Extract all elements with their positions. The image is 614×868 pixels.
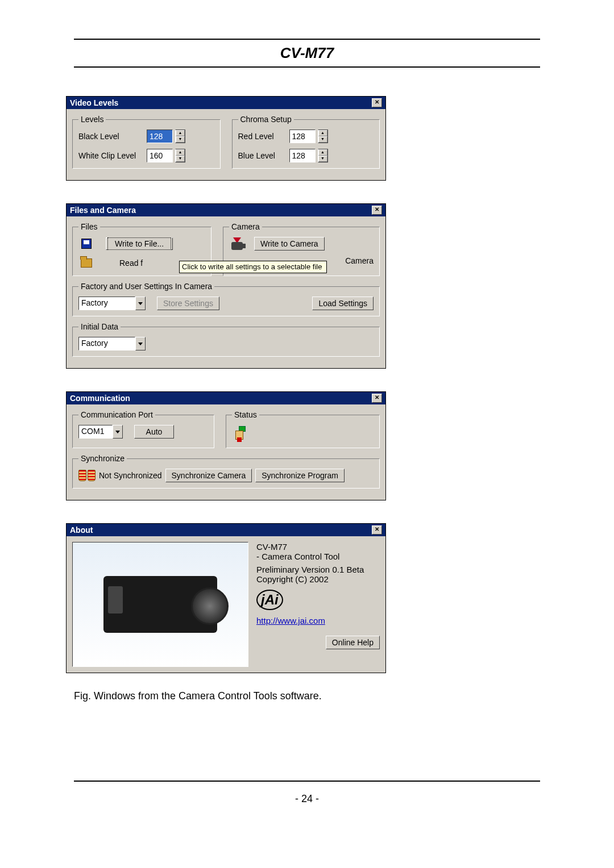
- blue-level-label: Blue Level: [238, 151, 289, 160]
- auto-button[interactable]: Auto: [134, 425, 174, 439]
- jai-logo-icon: jAi: [256, 590, 283, 610]
- write-to-camera-button[interactable]: Write to Camera: [254, 237, 325, 251]
- window-title: Communication: [70, 394, 130, 403]
- close-icon[interactable]: ✕: [372, 206, 382, 215]
- store-settings-button[interactable]: Store Settings: [157, 297, 219, 310]
- figure-caption: Fig. Windows from the Camera Control Too…: [74, 690, 540, 702]
- communication-window: Communication ✕ Communication Port COM1 …: [66, 391, 386, 500]
- close-icon[interactable]: ✕: [372, 394, 382, 403]
- online-help-button[interactable]: Online Help: [326, 636, 380, 649]
- white-clip-input[interactable]: [147, 149, 173, 162]
- titlebar[interactable]: Files and Camera ✕: [67, 204, 385, 216]
- read-from-camera-partial: Camera: [345, 256, 374, 265]
- window-title: Files and Camera: [70, 206, 136, 215]
- initial-data-select[interactable]: Factory: [78, 337, 146, 350]
- save-icon: [78, 237, 94, 251]
- about-version: Preliminary Version 0.1 Beta: [256, 565, 380, 574]
- camera-legend: Camera: [229, 222, 262, 231]
- not-synchronized-label: Not Synchronized: [99, 471, 162, 480]
- factory-select[interactable]: Factory: [78, 297, 146, 310]
- download-icon: [229, 237, 245, 251]
- white-clip-label: White Clip Level: [78, 151, 147, 160]
- status-group: Status: [226, 410, 380, 448]
- red-level-input[interactable]: [289, 130, 316, 143]
- status-legend: Status: [232, 410, 259, 419]
- factory-user-group: Factory and User Settings In Camera Fact…: [72, 282, 380, 316]
- chroma-legend: Chroma Setup: [238, 115, 294, 124]
- page-title: CV-M77: [74, 44, 540, 62]
- blue-level-input[interactable]: [289, 149, 316, 162]
- about-window: About ✕ CV-M77 - Camera Control Tool Pre…: [66, 523, 386, 673]
- initial-data-legend: Initial Data: [78, 322, 121, 331]
- jai-url-link[interactable]: http://www.jai.com: [256, 616, 325, 625]
- sync-status-icon: [78, 470, 96, 481]
- header-rule-bottom: [74, 66, 540, 68]
- chevron-down-icon: [113, 425, 123, 439]
- synchronize-group: Synchronize Not Synchronized Synchronize…: [72, 454, 380, 489]
- com-port-select[interactable]: COM1: [78, 425, 123, 439]
- comm-port-legend: Communication Port: [78, 410, 155, 419]
- black-level-spinner[interactable]: ▲▼: [175, 130, 185, 143]
- about-desc: - Camera Control Tool: [256, 552, 380, 561]
- chevron-down-icon: [135, 337, 146, 350]
- close-icon[interactable]: ✕: [372, 525, 382, 535]
- read-from-file-partial: Read f: [119, 258, 143, 268]
- black-level-label: Black Level: [78, 132, 147, 141]
- chevron-down-icon: [135, 297, 146, 310]
- camera-image: [72, 542, 248, 667]
- tooltip: Click to write all settings to a selecta…: [179, 261, 327, 273]
- files-legend: Files: [78, 222, 100, 231]
- blue-level-spinner[interactable]: ▲▼: [318, 149, 328, 162]
- load-settings-button[interactable]: Load Settings: [312, 297, 374, 310]
- titlebar[interactable]: About ✕: [67, 524, 385, 536]
- open-icon: [78, 256, 94, 270]
- write-to-file-button[interactable]: Write to File...: [106, 237, 173, 250]
- synchronize-camera-button[interactable]: Synchronize Camera: [165, 469, 252, 482]
- status-icon: [232, 425, 247, 442]
- comm-port-group: Communication Port COM1 Auto: [72, 410, 214, 448]
- red-level-label: Red Level: [238, 132, 289, 141]
- video-levels-window: Video Levels ✕ Levels Black Level ▲▼ Whi…: [66, 96, 386, 181]
- synchronize-program-button[interactable]: Synchronize Program: [255, 469, 345, 482]
- titlebar[interactable]: Communication ✕: [67, 392, 385, 404]
- header-rule-top: [74, 39, 540, 40]
- about-copyright: Copyright (C) 2002: [256, 574, 380, 584]
- footer-rule: [74, 781, 540, 782]
- red-level-spinner[interactable]: ▲▼: [318, 130, 328, 143]
- synchronize-legend: Synchronize: [78, 454, 127, 463]
- camera-icon: [103, 576, 217, 633]
- files-camera-window: Files and Camera ✕ Files Write to File..…: [66, 203, 386, 369]
- titlebar[interactable]: Video Levels ✕: [67, 97, 385, 109]
- close-icon[interactable]: ✕: [372, 98, 382, 107]
- chroma-group: Chroma Setup Red Level ▲▼ Blue Level ▲▼: [232, 115, 380, 169]
- black-level-input[interactable]: [147, 130, 173, 143]
- about-product: CV-M77: [256, 542, 380, 552]
- window-title: Video Levels: [70, 98, 118, 107]
- white-clip-spinner[interactable]: ▲▼: [175, 149, 185, 162]
- page-number: - 24 -: [74, 793, 540, 805]
- initial-data-group: Initial Data Factory: [72, 322, 380, 357]
- levels-legend: Levels: [78, 115, 106, 124]
- window-title: About: [70, 525, 93, 535]
- factory-user-legend: Factory and User Settings In Camera: [78, 282, 214, 291]
- levels-group: Levels Black Level ▲▼ White Clip Level ▲…: [72, 115, 221, 169]
